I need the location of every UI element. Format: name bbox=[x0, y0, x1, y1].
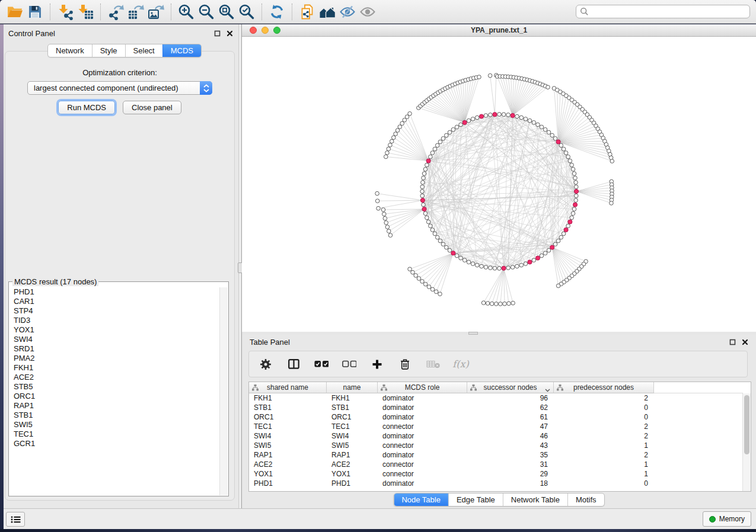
graph-node-selected[interactable] bbox=[426, 159, 430, 163]
float-panel-button[interactable] bbox=[729, 338, 736, 346]
table-row[interactable]: RAP1RAP1dominator352 bbox=[249, 450, 743, 460]
tab-network-table[interactable]: Network Table bbox=[503, 493, 567, 506]
mcds-result-item[interactable]: GCR1 bbox=[9, 439, 220, 448]
mcds-result-list[interactable]: PHD1CAR1STP4TID3YOX1SWI4SRD1PMA2FKH1ACE2… bbox=[9, 287, 220, 495]
show-all-button[interactable] bbox=[358, 2, 378, 22]
column-header-shared-name[interactable]: shared name bbox=[249, 382, 327, 393]
float-panel-button[interactable] bbox=[213, 30, 221, 37]
tab-motifs[interactable]: Motifs bbox=[567, 493, 604, 506]
mcds-result-item[interactable]: SWI4 bbox=[9, 335, 220, 344]
first-neighbors-button[interactable] bbox=[317, 2, 337, 22]
optimization-criterion-select[interactable]: largest connected component (undirected) bbox=[27, 81, 212, 95]
mcds-result-item[interactable]: CAR1 bbox=[9, 297, 220, 306]
tab-select[interactable]: Select bbox=[125, 44, 162, 57]
select-all-columns-button[interactable] bbox=[314, 357, 328, 371]
column-header-mcds-role[interactable]: MCDS role bbox=[378, 382, 467, 393]
memory-button[interactable]: Memory bbox=[703, 511, 751, 527]
task-history-button[interactable] bbox=[6, 512, 25, 527]
delete-table-button-disabled[interactable] bbox=[426, 357, 440, 371]
scrollbar-thumb[interactable] bbox=[744, 395, 749, 454]
graph-node-selected[interactable] bbox=[511, 113, 515, 117]
mcds-result-item[interactable]: STB1 bbox=[9, 411, 220, 420]
close-panel-button[interactable]: Close panel bbox=[123, 101, 181, 114]
export-image-button[interactable] bbox=[146, 2, 166, 22]
column-header-predecessor-nodes[interactable]: predecessor nodes bbox=[554, 382, 654, 393]
table-row[interactable]: STB1STB1dominator620 bbox=[249, 403, 743, 412]
mcds-result-item[interactable]: FKH1 bbox=[9, 363, 220, 373]
zoom-in-button[interactable] bbox=[176, 2, 196, 22]
deselect-all-columns-button[interactable] bbox=[342, 357, 356, 371]
graph-node-selected[interactable] bbox=[420, 198, 425, 202]
mcds-result-item[interactable]: SWI5 bbox=[9, 420, 220, 430]
export-table-button[interactable] bbox=[126, 2, 146, 22]
tab-mcds[interactable]: MCDS bbox=[162, 44, 201, 57]
table-row[interactable]: ACE2ACE2connector311 bbox=[249, 460, 743, 469]
tab-node-table[interactable]: Node Table bbox=[394, 493, 448, 506]
table-row[interactable]: PHD1PHD1dominator180 bbox=[249, 479, 743, 488]
table-scrollbar[interactable] bbox=[742, 393, 751, 491]
graph-node-selected[interactable] bbox=[479, 114, 483, 118]
mcds-result-item[interactable]: YOX1 bbox=[9, 325, 220, 335]
search-input[interactable] bbox=[589, 7, 746, 17]
tab-network[interactable]: Network bbox=[48, 44, 92, 57]
delete-column-button[interactable] bbox=[398, 357, 412, 371]
mcds-result-item[interactable]: ACE2 bbox=[9, 373, 220, 382]
mcds-result-item[interactable]: TEC1 bbox=[9, 430, 220, 439]
trash-icon bbox=[400, 358, 410, 370]
graph-node-selected[interactable] bbox=[535, 256, 540, 260]
zoom-out-button[interactable] bbox=[196, 2, 216, 22]
column-header-name[interactable]: name bbox=[327, 382, 378, 393]
graph-node-selected[interactable] bbox=[451, 251, 455, 255]
table-row[interactable]: SWI4SWI4dominator462 bbox=[249, 431, 743, 441]
table-row[interactable]: YOX1YOX1connector291 bbox=[249, 469, 743, 479]
function-builder-button-disabled[interactable]: f(x) bbox=[454, 357, 468, 371]
zoom-selected-button[interactable] bbox=[237, 2, 257, 22]
graph-node-selected[interactable] bbox=[550, 245, 554, 249]
open-session-button[interactable] bbox=[5, 2, 25, 22]
table-row[interactable]: FKH1FKH1dominator962 bbox=[249, 393, 743, 403]
mcds-result-item[interactable]: PMA2 bbox=[9, 354, 220, 363]
close-panel-button-icon[interactable] bbox=[741, 338, 749, 346]
graph-node-selected[interactable] bbox=[564, 227, 568, 232]
mcds-result-item[interactable]: SRD1 bbox=[9, 344, 220, 354]
table-settings-button[interactable] bbox=[259, 357, 273, 371]
tab-edge-table[interactable]: Edge Table bbox=[448, 493, 503, 506]
network-canvas[interactable] bbox=[242, 37, 756, 332]
cell-name: YOX1 bbox=[327, 469, 378, 479]
create-column-button[interactable] bbox=[370, 357, 384, 371]
run-mcds-button[interactable]: Run MCDS bbox=[58, 101, 115, 114]
show-column-panel-button[interactable] bbox=[286, 357, 301, 371]
search-box[interactable] bbox=[576, 5, 750, 18]
column-header-successor-nodes[interactable]: successor nodes bbox=[467, 382, 554, 393]
graph-node-selected[interactable] bbox=[502, 266, 506, 270]
export-network-button[interactable] bbox=[106, 2, 126, 22]
mcds-result-item[interactable]: STP4 bbox=[9, 306, 220, 316]
table-row[interactable]: SWI5SWI5connector431 bbox=[249, 441, 743, 450]
mcds-result-item[interactable]: RAP1 bbox=[9, 401, 220, 411]
mcds-list-scrollbar[interactable] bbox=[219, 287, 228, 495]
new-network-from-selection-button[interactable] bbox=[297, 2, 317, 22]
graph-node-selected[interactable] bbox=[462, 120, 467, 124]
tab-style[interactable]: Style bbox=[92, 44, 125, 57]
zoom-fit-button[interactable] bbox=[216, 2, 237, 22]
mcds-result-item[interactable]: TID3 bbox=[9, 316, 220, 325]
close-panel-button-icon[interactable] bbox=[226, 30, 234, 37]
graph-node-selected[interactable] bbox=[493, 113, 497, 117]
graph-node-selected[interactable] bbox=[573, 203, 577, 207]
graph-node-selected[interactable] bbox=[574, 189, 578, 193]
graph-node-selected[interactable] bbox=[556, 140, 560, 144]
import-network-button[interactable] bbox=[55, 2, 75, 22]
hide-selected-button[interactable] bbox=[337, 2, 358, 22]
graph-node-selected[interactable] bbox=[568, 220, 572, 224]
mcds-result-item[interactable]: ORC1 bbox=[9, 392, 220, 401]
mcds-result-item[interactable]: STB5 bbox=[9, 382, 220, 392]
network-window-titlebar[interactable]: YPA_prune.txt_1 bbox=[242, 24, 756, 37]
import-table-button[interactable] bbox=[75, 2, 95, 22]
save-session-button[interactable] bbox=[25, 2, 45, 22]
apply-layout-button[interactable] bbox=[267, 2, 287, 22]
graph-node-selected[interactable] bbox=[528, 260, 532, 264]
table-row[interactable]: TEC1TEC1connector472 bbox=[249, 422, 743, 431]
table-row[interactable]: ORC1ORC1dominator610 bbox=[249, 412, 743, 422]
graph-node-selected[interactable] bbox=[422, 207, 426, 211]
mcds-result-item[interactable]: PHD1 bbox=[9, 287, 220, 297]
